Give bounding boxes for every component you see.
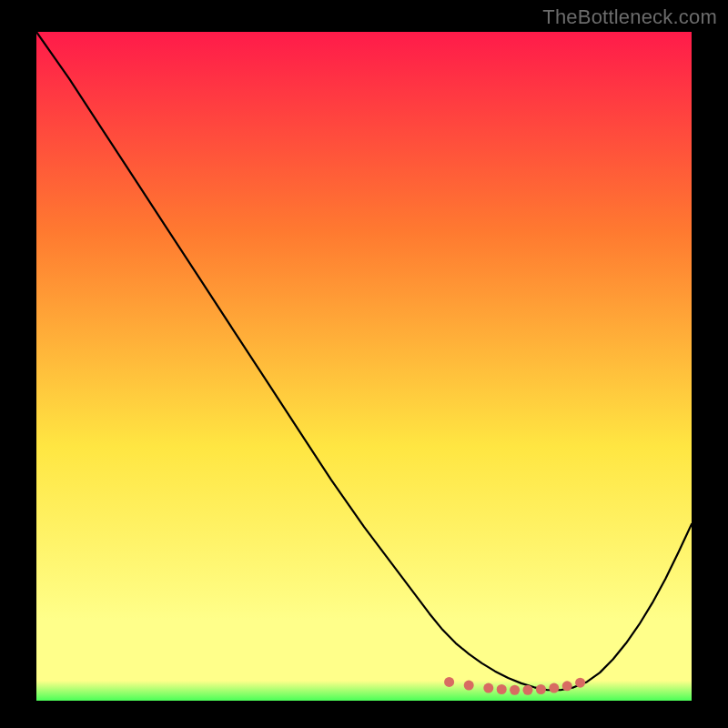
curve-dot	[536, 684, 546, 694]
chart-frame: TheBottleneck.com	[0, 0, 728, 728]
bottleneck-chart	[36, 32, 692, 701]
gradient-background	[36, 32, 692, 701]
curve-dot	[464, 681, 474, 691]
curve-dot	[549, 683, 559, 693]
curve-dot	[523, 685, 533, 695]
curve-dot	[483, 683, 493, 693]
curve-dot	[497, 684, 507, 694]
watermark-text: TheBottleneck.com	[542, 5, 717, 29]
curve-dot	[575, 678, 585, 688]
curve-dot	[444, 677, 454, 687]
curve-dot	[510, 685, 520, 695]
curve-dot	[562, 681, 572, 691]
